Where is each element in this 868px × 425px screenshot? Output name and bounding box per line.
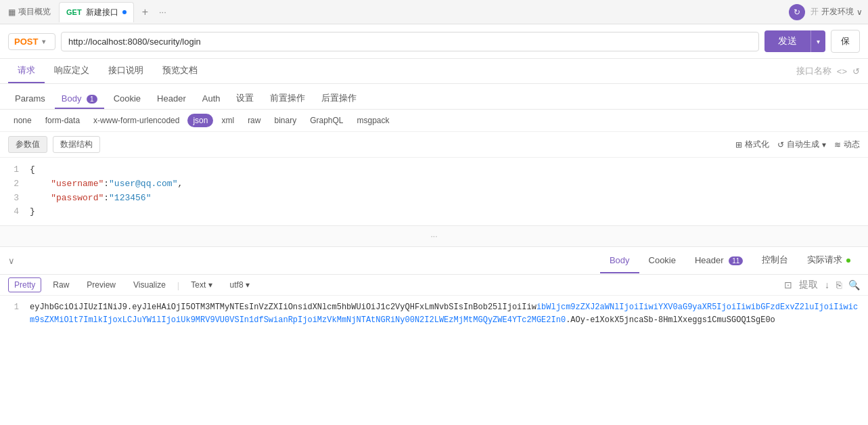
- code-icon[interactable]: <>: [837, 66, 847, 76]
- sync-button[interactable]: ↻: [789, 4, 805, 20]
- view-actions: ⊞ 格式化 ↺ 自动生成 ▾ ≋ 动态: [735, 139, 860, 150]
- more-tabs-button[interactable]: ···: [156, 7, 169, 17]
- fmt-text-type[interactable]: Text ▾: [185, 277, 218, 292]
- req-tab-pre-script[interactable]: 前置操作: [263, 88, 312, 110]
- body-type-json[interactable]: json: [187, 114, 213, 127]
- refresh-icon[interactable]: ↺: [852, 66, 860, 76]
- sub-tab-preview[interactable]: 预览文档: [153, 59, 207, 83]
- body-type-bar: none form-data x-www-form-urlencoded jso…: [0, 110, 868, 132]
- dynamic-action[interactable]: ≋ 动态: [834, 139, 860, 150]
- body-type-raw[interactable]: raw: [242, 114, 266, 127]
- req-tab-bar: Params Body 1 Cookie Header Auth 设置 前置操作…: [0, 84, 868, 110]
- method-selector[interactable]: POST ▾: [8, 33, 55, 50]
- env-chevron-icon: ∨: [856, 7, 863, 17]
- resp-tab-header[interactable]: Header 11: [685, 248, 752, 273]
- code-line-1: 1 {: [8, 163, 860, 177]
- resp-tab-actual[interactable]: 实际请求: [798, 247, 860, 274]
- format-action[interactable]: ⊞ 格式化: [735, 139, 769, 150]
- req-tab-cookie[interactable]: Cookie: [107, 89, 147, 109]
- code-line-3: 3 "password":"123456": [8, 192, 860, 206]
- tab-modified-dot: [122, 10, 127, 14]
- req-tab-body[interactable]: Body 1: [55, 89, 104, 109]
- project-label: 项目概览: [18, 6, 51, 18]
- req-tab-params[interactable]: Params: [8, 89, 52, 109]
- fmt-pretty[interactable]: Pretty: [8, 277, 41, 292]
- req-tab-post-script[interactable]: 后置操作: [315, 88, 363, 110]
- line-num-3: 3: [8, 192, 19, 206]
- fmt-visualize[interactable]: Visualize: [127, 277, 172, 292]
- env-toggle[interactable]: 开 开发环境 ∨: [810, 6, 863, 18]
- send-arrow-button[interactable]: ▾: [810, 30, 825, 52]
- panel-divider[interactable]: ···: [0, 225, 868, 247]
- fmt-separator: |: [177, 280, 179, 290]
- search-icon[interactable]: 🔍: [848, 279, 860, 290]
- body-type-graphql[interactable]: GraphQL: [304, 114, 348, 127]
- body-type-msgpack[interactable]: msgpack: [352, 114, 395, 127]
- req-tab-header[interactable]: Header: [150, 89, 193, 109]
- resp-body-text: eyJhbGciOiJIUzI1NiJ9.eyJleHAiOjI5OTM3MTM…: [30, 301, 860, 327]
- method-label: POST: [14, 37, 38, 47]
- body-type-form-data[interactable]: form-data: [40, 114, 85, 127]
- view-toggle-bar: 参数值 数据结构 ⊞ 格式化 ↺ 自动生成 ▾ ≋ 动态: [0, 132, 868, 158]
- body-type-binary[interactable]: binary: [269, 114, 302, 127]
- view-param-btn[interactable]: 参数值: [8, 136, 47, 153]
- resp-body-line: 1 eyJhbGciOiJIUzI1NiJ9.eyJleHAiOjI5OTM3M…: [8, 301, 860, 327]
- body-type-none[interactable]: none: [8, 114, 37, 127]
- url-input[interactable]: [61, 32, 759, 51]
- body-type-urlencoded[interactable]: x-www-form-urlencoded: [88, 114, 185, 127]
- resp-line-num: 1: [8, 301, 19, 327]
- resp-tab-console[interactable]: 控制台: [752, 247, 798, 274]
- sub-tab-response-def[interactable]: 响应定义: [45, 59, 99, 83]
- code-password: "password":"123456": [30, 192, 151, 206]
- req-tab-settings[interactable]: 设置: [229, 88, 260, 110]
- text-type-label: Text: [191, 280, 206, 290]
- header-count-badge: 11: [729, 256, 743, 265]
- auto-gen-action[interactable]: ↺ 自动生成 ▾: [777, 139, 826, 150]
- method-chevron-icon: ▾: [42, 38, 45, 45]
- fmt-raw[interactable]: Raw: [47, 277, 75, 292]
- fmt-preview[interactable]: Preview: [81, 277, 122, 292]
- add-tab-button[interactable]: +: [139, 6, 151, 18]
- encoding-label: utf8: [230, 280, 244, 290]
- save-button[interactable]: 保: [831, 30, 860, 53]
- copy-icon[interactable]: ⎘: [836, 279, 842, 290]
- api-tab[interactable]: GET 新建接口: [59, 2, 134, 22]
- line-num-4: 4: [8, 205, 19, 219]
- body-count-badge: 1: [87, 95, 97, 104]
- line-num-2: 2: [8, 177, 19, 192]
- env-name: 开发环境: [821, 6, 854, 18]
- resp-tab-cookie[interactable]: Cookie: [639, 248, 685, 273]
- download-icon[interactable]: ↓: [825, 279, 829, 290]
- dynamic-icon: ≋: [834, 140, 841, 150]
- send-button[interactable]: 发送: [764, 30, 810, 52]
- sub-tab-api-desc[interactable]: 接口说明: [99, 59, 153, 83]
- req-tab-auth[interactable]: Auth: [196, 89, 227, 109]
- body-type-xml[interactable]: xml: [216, 114, 239, 127]
- sub-tab-request[interactable]: 请求: [8, 59, 45, 83]
- auto-gen-chevron-icon: ▾: [822, 140, 826, 150]
- fmt-encoding[interactable]: utf8 ▾: [224, 277, 256, 292]
- actual-status-dot: [846, 259, 850, 263]
- resp-tab-body[interactable]: Body: [600, 248, 639, 273]
- env-toggle-state: 开: [810, 6, 819, 18]
- resp-tab-bar: ∨ Body Cookie Header 11 控制台 实际请求: [0, 247, 868, 275]
- expand-icon[interactable]: ∨: [8, 250, 15, 271]
- response-body: 1 eyJhbGciOiJIUzI1NiJ9.eyJleHAiOjI5OTM3M…: [0, 296, 868, 332]
- code-line-4: 4 }: [8, 205, 860, 219]
- auto-gen-icon: ↺: [777, 140, 784, 150]
- project-overview-tab[interactable]: ▦ 项目概览: [5, 6, 53, 18]
- code-editor[interactable]: 1 { 2 "username":"user@qq.com", 3 "passw…: [0, 158, 868, 225]
- auto-gen-label: 自动生成: [787, 139, 819, 150]
- view-schema-btn[interactable]: 数据结构: [53, 136, 100, 153]
- tab-title: 新建接口: [86, 7, 118, 18]
- tab-method-badge: GET: [66, 8, 82, 16]
- encoding-chevron-icon: ▾: [246, 280, 250, 290]
- extract-label[interactable]: 提取: [799, 279, 818, 291]
- format-icon: ⊞: [735, 140, 742, 150]
- url-bar: POST ▾ 发送 ▾ 保: [0, 24, 868, 59]
- send-button-group: 发送 ▾: [764, 30, 825, 52]
- line-num-1: 1: [8, 163, 19, 177]
- grid-icon: ▦: [8, 7, 16, 17]
- extract-icon[interactable]: ⊡: [784, 279, 792, 290]
- tab-bar-right: ↻ 开 开发环境 ∨: [789, 4, 863, 20]
